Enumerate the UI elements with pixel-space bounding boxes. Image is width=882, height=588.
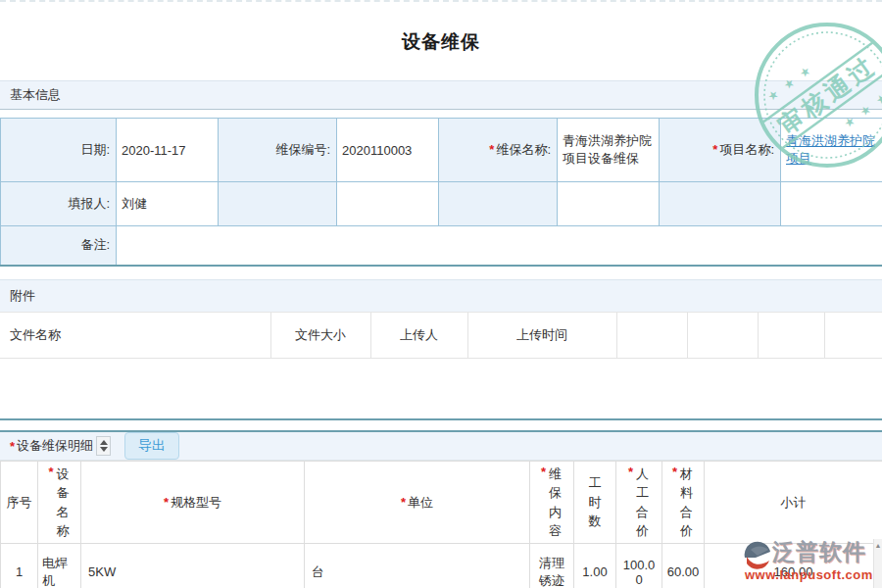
remark-value-cell [117,226,882,266]
project-name-value-cell: 青海洪湖养护院项目 [781,119,882,182]
reporter-label: 填报人: [68,196,110,211]
col-seq-label: 序号 [7,495,32,510]
col-work-hours-label: 工时数 [588,473,603,531]
col-empty [616,313,687,358]
equipment-maintenance-page: 设备维保 审核通过 ★ ★ ★ ★ ★ ★ 基本信息 日期: 2020-11-1… [0,0,882,588]
col-unit-label: 单位 [408,495,433,510]
section-detail: * 设备维保明细 导出 [0,430,882,461]
sort-up-icon [100,440,108,445]
detail-data-row: 1 电焊机 5KW 台 清理锈迹 1.00 100.00 60.00 160.0… [1,544,882,588]
export-button[interactable]: 导出 [124,432,179,460]
cell-maintenance-content: 清理锈迹 [530,544,574,588]
project-name-label: 项目名称: [719,142,774,157]
col-upload-time: 上传时间 [467,313,616,358]
form-cell-empty [558,182,660,226]
sort-spinner[interactable] [96,436,111,456]
cell-labor-total: 100.00 [616,544,662,588]
maintenance-no-label-cell: 维保编号: [219,119,337,182]
required-icon: * [401,495,406,510]
maintenance-no-label: 维保编号: [275,142,330,157]
date-value: 2020-11-17 [122,143,186,158]
date-label: 日期: [80,142,110,157]
col-file-name: 文件名称 [0,313,270,358]
col-file-size: 文件大小 [270,313,370,358]
col-empty [758,313,824,358]
col-material-total-label: 材料合价 [679,465,694,541]
col-work-hours: 工时数 [574,462,616,544]
form-cell-empty [337,182,439,226]
col-unit: *单位 [305,462,530,544]
reporter-label-cell: 填报人: [1,182,117,226]
date-label-cell: 日期: [1,119,117,182]
date-value-cell: 2020-11-17 [117,119,219,182]
cell-subtotal: 160.00 [705,544,882,588]
scroll-up-icon[interactable]: ▲ [874,539,882,551]
required-icon: * [164,495,169,510]
cell-spec-model: 5KW [81,544,305,588]
reporter-value: 刘健 [122,196,147,211]
sort-down-icon [100,447,108,452]
col-maintenance-content: *维保内容 [530,462,574,544]
col-maintenance-content-label: 维保内容 [548,465,563,541]
required-icon: * [10,439,15,454]
col-equipment-name-label: 设备名称 [56,465,71,541]
maintenance-name-label: 维保名称: [496,142,551,157]
col-labor-total: *人工合价 [616,462,662,544]
col-empty [824,313,882,358]
maintenance-name-value-cell: 青海洪湖养护院项目设备维保 [558,119,660,182]
col-uploader: 上传人 [370,313,467,358]
table-row: 填报人: 刘健 [1,182,882,226]
form-cell-empty [439,182,558,226]
detail-header-row: 序号 *设备名称 *规格型号 *单位 *维保内容 工时数 *人工合价 *材料合价… [1,462,882,544]
maintenance-name-value: 青海洪湖养护院项目设备维保 [563,133,652,166]
attachments-table: 文件名称 文件大小 上传人 上传时间 [0,313,882,359]
cell-equipment-name: 电焊机 [38,544,81,588]
col-empty [687,313,758,358]
reporter-value-cell: 刘健 [117,182,219,226]
form-cell-empty [660,182,781,226]
basic-info-table: 日期: 2020-11-17 维保编号: 2020110003 *维保名称: 青… [0,118,882,267]
col-subtotal-label: 小计 [781,495,807,510]
required-icon: * [489,142,494,157]
project-name-label-cell: *项目名称: [660,119,781,182]
cell-work-hours: 1.00 [574,544,616,588]
maintenance-no-value-cell: 2020110003 [337,119,439,182]
cell-unit: 台 [305,544,530,588]
detail-scrollbar[interactable]: ▲ [873,539,882,588]
page-title: 设备维保 [0,29,882,55]
col-spec-model-label: 规格型号 [171,495,221,510]
col-material-total: *材料合价 [662,462,705,544]
col-spec-model: *规格型号 [81,462,305,544]
remark-label: 备注: [80,237,110,252]
section-basic-info: 基本信息 [0,80,882,110]
col-labor-total-label: 人工合价 [635,465,650,541]
project-link[interactable]: 青海洪湖养护院项目 [786,133,875,166]
form-cell-empty [781,182,882,226]
required-icon: * [628,465,633,479]
cell-material-total: 60.00 [662,544,705,588]
divider [0,418,882,420]
maintenance-name-label-cell: *维保名称: [439,119,558,182]
col-seq: 序号 [1,462,38,544]
col-equipment-name: *设备名称 [38,462,81,544]
required-icon: * [712,142,717,157]
table-row: 日期: 2020-11-17 维保编号: 2020110003 *维保名称: 青… [1,119,882,182]
section-detail-label: 设备维保明细 [17,437,93,455]
section-attachments: 附件 [0,279,882,313]
detail-table: 序号 *设备名称 *规格型号 *单位 *维保内容 工时数 *人工合价 *材料合价… [0,461,882,588]
required-icon: * [541,465,546,479]
col-subtotal: 小计 [705,462,882,544]
section-basic-info-label: 基本信息 [10,86,61,104]
required-icon: * [672,465,677,479]
attachments-header-row: 文件名称 文件大小 上传人 上传时间 [0,313,882,358]
remark-label-cell: 备注: [1,226,117,266]
table-row: 备注: [1,226,882,266]
cell-seq: 1 [1,544,38,588]
form-cell-empty [219,182,337,226]
section-attachments-label: 附件 [10,287,35,305]
maintenance-no-value: 2020110003 [342,143,412,158]
required-icon: * [48,465,53,479]
